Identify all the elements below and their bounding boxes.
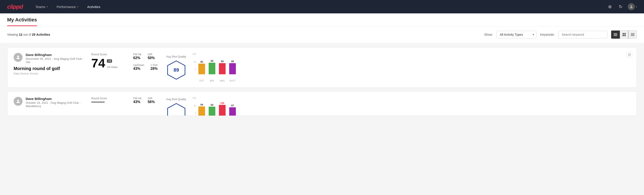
gir-label: GIR	[148, 53, 155, 56]
y-label-100: 100	[191, 53, 196, 55]
add-icon[interactable]: ⊕	[606, 3, 614, 10]
chart-bar-ott-2	[198, 106, 205, 116]
refresh-icon[interactable]: ↻	[617, 3, 624, 10]
svg-point-12	[17, 56, 19, 57]
card-user-section: Dave Billingham December 05, 2021 - Gog …	[14, 53, 85, 75]
hex-container-2	[166, 103, 186, 116]
avg-shot-quality-label: Avg Shot Quality	[166, 55, 186, 58]
gir-stat: GIR 50%	[148, 53, 155, 60]
chart-label-putt: PUTT	[229, 80, 236, 82]
svg-rect-7	[624, 35, 626, 36]
chart-bars-2: 94 93 106 8	[192, 100, 236, 116]
keywords-label: Keywords:	[540, 33, 555, 36]
y-label-0: 0	[191, 68, 196, 71]
chart-value-ott-2: 94	[200, 103, 203, 106]
user-name: Dave Billingham	[26, 53, 85, 57]
updown-value: 43%	[133, 67, 144, 71]
svg-rect-5	[624, 33, 626, 34]
svg-rect-1	[614, 33, 617, 34]
activity-card: Dave Billingham December 05, 2021 - Gog …	[7, 47, 637, 88]
svg-rect-2	[614, 34, 617, 35]
y-label-50: 50	[191, 61, 196, 63]
fw-hit-value-2: 43%	[133, 100, 142, 104]
chart-label-app: APP	[209, 80, 215, 82]
chart-column-app: 90	[209, 60, 215, 74]
svg-rect-9	[631, 34, 634, 34]
shot-quality-section: Avg Shot Quality 89	[166, 53, 630, 82]
chart-col-arg-2: 106	[219, 102, 226, 116]
svg-rect-6	[622, 35, 624, 36]
activity-card-2: Dave Billingham October 16, 2021 - Gog M…	[7, 91, 637, 116]
view-toggle	[611, 30, 637, 39]
oneputt-stat: 1 Putt 28%	[150, 64, 158, 71]
user-avatar	[14, 53, 22, 62]
oneputt-label: 1 Putt	[150, 64, 158, 67]
activity-type-select[interactable]: All Activity Types	[496, 31, 537, 38]
chart-value-app-2: 93	[211, 104, 213, 106]
logo[interactable]: clippd	[7, 3, 23, 10]
compact-view-button[interactable]	[628, 30, 637, 38]
score-placeholder	[91, 102, 105, 102]
y-label-0-2: 0	[191, 112, 196, 115]
chart-value-arg: 89	[221, 60, 224, 63]
data-source: Data Source: Arccos	[14, 72, 85, 75]
updown-label: Up/Down	[133, 64, 144, 67]
chart-value-ott: 85	[200, 60, 203, 63]
score-holes: 18 Holes	[107, 66, 117, 68]
user-date-2: October 16, 2021 - Gog Magog Golf Club -…	[26, 101, 85, 108]
fw-gir-section-2: FW Hit 43% GIR 56%	[133, 97, 160, 104]
nav-label-teams: Teams	[36, 5, 45, 9]
chart-bar-putt-2	[229, 107, 236, 116]
nav-item-teams[interactable]: Teams ▾	[32, 3, 51, 10]
updown-stat: Up/Down 43%	[133, 64, 144, 71]
shot-quality-chart-2: 100 50 0 94 93	[192, 97, 254, 116]
round-score-value: 74 +4 18 Holes	[91, 57, 127, 70]
hexagon-shape-2	[166, 103, 186, 116]
svg-rect-10	[631, 35, 634, 35]
round-score-section-2: Round Score	[91, 97, 127, 102]
nav-item-performance[interactable]: Performance ▾	[53, 3, 82, 10]
chart-column-ott: 85	[198, 60, 205, 74]
activity-title: Morning round of golf	[14, 66, 85, 71]
shot-quality-chart: 100 50 0 85	[192, 53, 254, 82]
y-axis-labels-2: 100 50 0	[191, 97, 198, 115]
page-header: My Activities	[0, 14, 644, 26]
edit-button[interactable]	[626, 51, 633, 58]
chart-label-ott: OTT	[198, 80, 205, 82]
chart-value-putt-2: 87	[231, 104, 234, 107]
y-axis-labels: 100 50 0	[191, 53, 198, 71]
gir-stat-2: GIR 56%	[148, 97, 155, 104]
oneputt-value: 28%	[150, 67, 158, 71]
nav-item-activities[interactable]: Activities	[84, 3, 104, 10]
avatar-chevron-icon: ▾	[636, 6, 637, 8]
main-nav: clippd Teams ▾ Performance ▾ Activities …	[0, 0, 644, 14]
card-header: Dave Billingham December 05, 2021 - Gog …	[14, 53, 85, 64]
svg-rect-4	[622, 33, 624, 34]
viewing-total: 29	[32, 33, 36, 36]
user-menu[interactable]: ▾	[628, 3, 637, 10]
svg-rect-3	[614, 36, 617, 36]
gir-label-2: GIR	[148, 97, 155, 100]
avatar	[628, 3, 635, 10]
chart-column-arg: 89	[219, 60, 226, 74]
fw-hit-value: 62%	[133, 56, 142, 60]
shot-quality-section-2: Avg Shot Quality 100 50	[166, 97, 630, 116]
svg-point-0	[630, 5, 632, 7]
activity-type-select-wrap: All Activity Types ▾	[496, 31, 537, 38]
fw-hit-label-2: FW Hit	[133, 97, 142, 100]
chart-col-app-2: 93	[209, 104, 215, 116]
chart-column-putt: 89	[229, 60, 236, 74]
round-score-label: Round Score	[91, 53, 127, 56]
score-badge: +4	[107, 59, 112, 63]
nav-label-activities: Activities	[87, 5, 100, 9]
round-score-section: Round Score 74 +4 18 Holes	[91, 53, 127, 70]
chart-value-putt: 89	[231, 60, 234, 63]
nav-right: ⊕ ↻ ▾	[606, 3, 637, 10]
card-header-2: Dave Billingham October 16, 2021 - Gog M…	[14, 97, 85, 108]
grid-view-button[interactable]	[620, 30, 628, 38]
list-view-button[interactable]	[611, 30, 620, 38]
chart-col-putt-2: 87	[229, 104, 236, 116]
fw-hit-stat: FW Hit 62%	[133, 53, 142, 60]
page-title: My Activities	[7, 17, 37, 26]
search-input[interactable]	[558, 31, 608, 38]
